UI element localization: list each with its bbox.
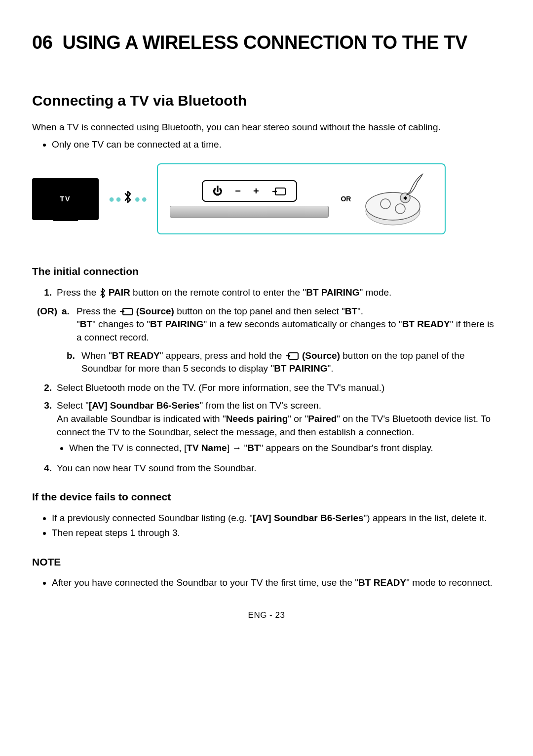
fails-heading: If the device fails to connect [32, 490, 501, 504]
step-1: 1. Press the PAIR button on the remote c… [37, 286, 501, 300]
or-label: OR [341, 194, 351, 204]
intro-bullet-1: Only one TV can be connected at a time. [52, 138, 501, 151]
step-3-sub-bullets: When the TV is connected, [TV Name] → "B… [57, 442, 501, 455]
source-icon [119, 306, 134, 316]
soundbar-illustration: ⏻ − + [165, 180, 333, 218]
minus-icon: − [235, 184, 241, 198]
fails-bullets: If a previously connected Soundbar listi… [32, 512, 501, 540]
step-number: 4. [37, 462, 52, 475]
tv-illustration: TV [32, 178, 99, 220]
initial-connection-heading: The initial connection [32, 264, 501, 278]
note-heading: NOTE [32, 555, 501, 569]
or-branch: (OR) a. Press the (Source) button on the… [37, 305, 501, 344]
step-3-sub-bullet: When the TV is connected, [TV Name] → "B… [69, 442, 501, 455]
initial-steps: 1. Press the PAIR button on the remote c… [37, 286, 501, 475]
source-icon [271, 184, 286, 198]
substep-b: b. When "BT READY" appears, press and ho… [67, 349, 501, 376]
substep-a-body: Press the (Source) button on the top pan… [76, 305, 501, 344]
chapter-number: 06 [32, 32, 52, 53]
step-body: Press the PAIR button on the remote cont… [57, 286, 501, 300]
intro-bullets: Only one TV can be connected at a time. [32, 138, 501, 151]
step-number: 2. [37, 381, 52, 395]
source-icon [285, 350, 300, 361]
step-body: You can now hear TV sound from the Sound… [57, 462, 501, 475]
note-bullets: After you have connected the Soundbar to… [32, 576, 501, 590]
substep-a-label: a. [62, 305, 76, 318]
connection-diagram: TV ●● ●● ⏻ − + OR [32, 163, 501, 234]
plus-icon: + [253, 184, 259, 198]
page-footer: ENG - 23 [32, 609, 501, 621]
chapter-name: USING A WIRELESS CONNECTION TO THE TV [62, 32, 467, 53]
fails-bullet-2: Then repeat steps 1 through 3. [52, 527, 501, 540]
step-number: 1. [37, 286, 52, 300]
substep-b-body: When "BT READY" appears, press and hold … [81, 349, 501, 376]
section-heading: Connecting a TV via Bluetooth [32, 90, 501, 111]
bluetooth-icon [123, 189, 132, 209]
soundbar-control-panel: ⏻ − + [202, 180, 297, 202]
step-2: 2. Select Bluetooth mode on the TV. (For… [37, 381, 501, 395]
bluetooth-signal: ●● ●● [109, 189, 147, 209]
step-body: a. Press the (Source) button on the top … [62, 305, 501, 344]
chapter-title: 06 USING A WIRELESS CONNECTION TO THE TV [32, 30, 501, 56]
substep-b-label: b. [67, 349, 81, 363]
bluetooth-pair-icon [99, 286, 106, 300]
power-icon: ⏻ [213, 184, 223, 198]
step-3: 3. Select "[AV] Soundbar B6-Series" from… [37, 399, 501, 456]
svg-point-2 [366, 192, 420, 220]
soundbar-highlight-box: ⏻ − + OR ✱ [157, 163, 446, 234]
step-body: Select Bluetooth mode on the TV. (For mo… [57, 381, 501, 395]
svg-text:✱: ✱ [403, 195, 407, 201]
fails-bullet-1: If a previously connected Soundbar listi… [52, 512, 501, 525]
step-4: 4. You can now hear TV sound from the So… [37, 462, 501, 475]
step-number: 3. [37, 399, 52, 413]
step-body: Select "[AV] Soundbar B6-Series" from th… [57, 399, 501, 456]
soundbar-bar [170, 206, 329, 218]
note-bullet-1: After you have connected the Soundbar to… [52, 576, 501, 590]
or-prefix: (OR) [37, 305, 62, 318]
remote-illustration: ✱ [358, 169, 437, 228]
intro-text: When a TV is connected using Bluetooth, … [32, 121, 501, 134]
